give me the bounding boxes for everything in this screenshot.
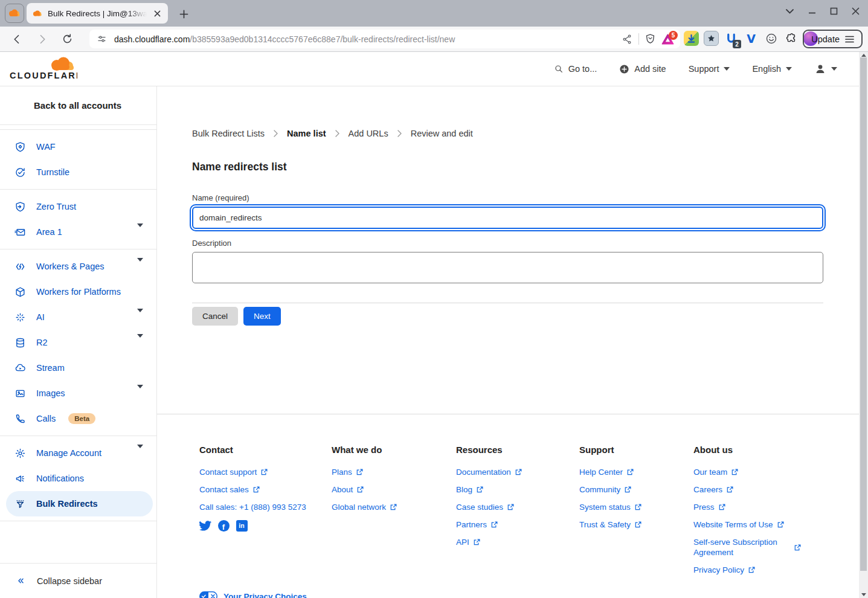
privacy-choices-link[interactable]: Your Privacy Choices	[199, 591, 307, 598]
twitter-icon[interactable]	[199, 519, 211, 532]
sidebar-item-manage-account[interactable]: Manage Account	[0, 440, 156, 466]
footer: Contact Contact support Contact sales Ca…	[157, 414, 859, 582]
breadcrumb-bulk-redirect-lists[interactable]: Bulk Redirect Lists	[192, 129, 265, 138]
external-link-icon	[515, 469, 522, 475]
footer-link-self-serve-agreement[interactable]: Self-serve Subscription Agreement	[693, 537, 802, 558]
url-bar[interactable]: dash.cloudflare.com/b385593a9ed0b1314ccc…	[89, 30, 680, 48]
footer-link-help-center[interactable]: Help Center	[579, 467, 688, 477]
language-menu[interactable]: English	[752, 64, 792, 74]
brave-rewards-icon[interactable]: 5	[661, 34, 674, 45]
footer-link-about[interactable]: About	[332, 484, 440, 495]
reload-button-icon[interactable]	[58, 30, 77, 48]
language-label: English	[752, 64, 781, 74]
maximize-button[interactable]	[830, 7, 838, 15]
footer-link-our-team[interactable]: Our team	[693, 467, 802, 477]
browser-toolbar: dash.cloudflare.com/b385593a9ed0b1314ccc…	[0, 27, 868, 52]
sidebar-item-label: Area 1	[36, 227, 62, 237]
back-to-accounts-link[interactable]: Back to all accounts	[0, 86, 156, 125]
extensions-puzzle-icon[interactable]	[783, 31, 799, 46]
footer-link-partners[interactable]: Partners	[456, 519, 565, 530]
footer-link-careers[interactable]: Careers	[693, 484, 802, 495]
footer-link-system-status[interactable]: System status	[579, 502, 688, 512]
footer-link-blog[interactable]: Blog	[456, 484, 565, 495]
footer-link-contact-sales[interactable]: Contact sales	[199, 484, 308, 495]
browser-tab[interactable]: Bulk Redirects | Jim@13ways	[27, 3, 168, 24]
share-icon[interactable]	[622, 34, 632, 45]
external-link-icon	[356, 469, 363, 475]
sidebar-item-notifications[interactable]: Notifications	[0, 466, 156, 491]
sidebar-item-stream[interactable]: Stream	[0, 355, 156, 381]
collapse-sidebar-button[interactable]: Collapse sidebar	[0, 563, 156, 598]
footer-link-privacy-policy[interactable]: Privacy Policy	[693, 565, 802, 575]
extension-v-icon[interactable]: V	[744, 31, 759, 46]
breadcrumb-add-urls[interactable]: Add URLs	[349, 129, 388, 138]
badge-check-icon	[14, 167, 26, 178]
goto-search[interactable]: Go to...	[554, 64, 597, 74]
external-link-icon	[390, 504, 397, 510]
footer-link-documentation[interactable]: Documentation	[456, 467, 565, 477]
sidebar-item-zero-trust[interactable]: Zero Trust	[0, 194, 156, 219]
support-menu[interactable]: Support	[689, 64, 730, 74]
update-button[interactable]: Update	[803, 30, 863, 48]
footer-link-trust-safety[interactable]: Trust & Safety	[579, 519, 688, 530]
cloudflare-logo[interactable]: CLOUDFLARE	[10, 57, 77, 81]
extension-download-icon[interactable]	[684, 31, 699, 46]
sidebar-item-ai[interactable]: AI	[0, 304, 156, 330]
add-site-plus-icon	[619, 64, 629, 74]
sidebar-item-r2[interactable]: R2	[0, 330, 156, 355]
account-menu[interactable]	[814, 63, 837, 75]
footer-link-website-terms[interactable]: Website Terms of Use	[693, 519, 802, 530]
footer-link-contact-support[interactable]: Contact support	[199, 467, 308, 477]
next-button[interactable]: Next	[243, 307, 281, 326]
tab-close-icon[interactable]	[152, 8, 162, 19]
collapse-sidebar-label: Collapse sidebar	[37, 576, 102, 586]
forward-button-icon[interactable]	[33, 30, 51, 48]
cancel-button[interactable]: Cancel	[192, 307, 238, 326]
divider	[192, 303, 823, 303]
scrollbar-thumb[interactable]	[860, 57, 867, 571]
extension-chat-icon[interactable]	[764, 31, 779, 46]
footer-link-api[interactable]: API	[456, 537, 565, 547]
collapse-chevrons-icon	[16, 576, 26, 586]
name-input[interactable]	[192, 207, 823, 229]
add-site-button[interactable]: Add site	[619, 64, 666, 74]
linkedin-icon[interactable]: in	[236, 519, 248, 532]
close-window-button[interactable]	[852, 7, 860, 15]
footer-link-case-studies[interactable]: Case studies	[456, 502, 565, 512]
scrollbar-down-arrow[interactable]	[861, 593, 866, 596]
sidebar-item-workers-pages[interactable]: Workers & Pages	[0, 254, 156, 279]
site-settings-icon[interactable]	[97, 34, 107, 44]
sidebar-item-label: Workers for Platforms	[36, 287, 121, 297]
browser-app-button[interactable]	[5, 4, 24, 23]
sidebar-item-calls[interactable]: Calls Beta	[0, 406, 156, 431]
new-tab-button[interactable]	[175, 5, 192, 22]
footer-link-call-sales[interactable]: Call sales: +1 (888) 993 5273	[199, 502, 308, 512]
footer-link-press[interactable]: Press	[693, 502, 802, 512]
sidebar-item-workers-for-platforms[interactable]: Workers for Platforms	[0, 279, 156, 304]
footer-link-community[interactable]: Community	[579, 484, 688, 495]
sidebar-item-waf[interactable]: WAF	[0, 134, 156, 159]
sidebar-item-label: R2	[36, 338, 48, 347]
brave-shield-icon[interactable]	[645, 33, 655, 45]
back-button-icon[interactable]	[7, 30, 26, 48]
tab-list-chevron-icon[interactable]	[785, 8, 794, 14]
sidebar-item-turnstile[interactable]: Turnstile	[0, 159, 156, 185]
extension-u-badge-icon[interactable]: 2	[724, 31, 739, 46]
update-label: Update	[811, 34, 840, 44]
sidebar-item-images[interactable]: Images	[0, 381, 156, 406]
facebook-icon[interactable]: f	[217, 519, 230, 532]
footer-link-plans[interactable]: Plans	[332, 467, 440, 477]
extension-star-icon[interactable]	[704, 31, 719, 46]
sidebar-item-bulk-redirects[interactable]: Bulk Redirects	[6, 491, 153, 516]
scrollbar-up-arrow[interactable]	[861, 54, 866, 57]
chevron-down-icon	[137, 338, 143, 347]
cloudflare-dashboard-page: CLOUDFLARE Go to... Add site Support Eng…	[0, 52, 859, 598]
sidebar-item-area1[interactable]: Area 1	[0, 219, 156, 245]
megaphone-icon	[14, 473, 26, 484]
description-field-label: Description	[192, 239, 823, 248]
minimize-button[interactable]	[808, 7, 816, 15]
description-input[interactable]	[192, 252, 823, 283]
page-scrollbar[interactable]	[859, 52, 868, 598]
footer-link-global-network[interactable]: Global network	[332, 502, 440, 512]
breadcrumb-review-and-edit[interactable]: Review and edit	[411, 129, 473, 138]
